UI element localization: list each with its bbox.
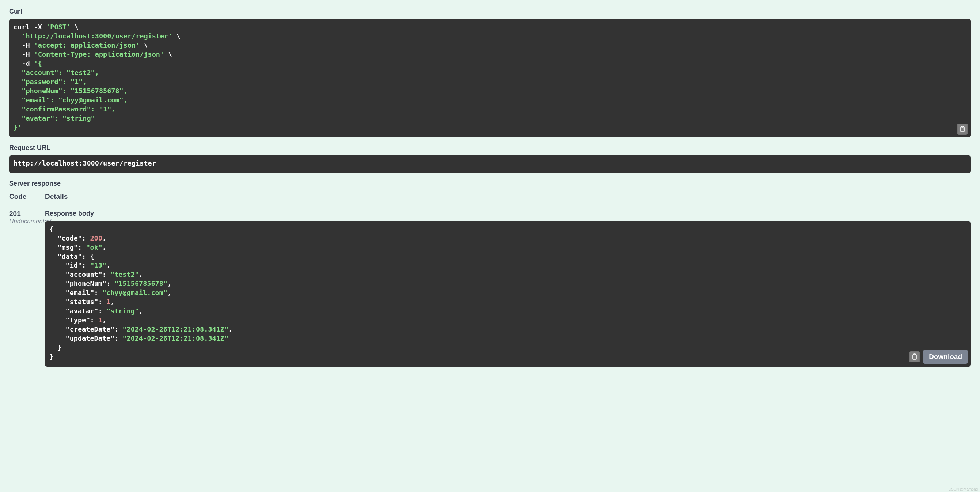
- request-url-title: Request URL: [9, 144, 971, 152]
- response-body-title: Response body: [45, 210, 971, 218]
- server-response-title: Server response: [9, 180, 971, 188]
- curl-cmd: curl -X: [14, 23, 42, 31]
- request-url-block: http://localhost:3000/user/register: [9, 155, 971, 173]
- swagger-response-panel: Curl curl -X 'POST' \ 'http://localhost:…: [0, 0, 980, 374]
- curl-copy-button[interactable]: [957, 124, 968, 135]
- curl-url: 'http://localhost:3000/user/register': [22, 32, 172, 40]
- response-header-row: Code Details: [9, 193, 971, 206]
- response-code: 201: [9, 210, 45, 218]
- clipboard-icon: [959, 126, 966, 132]
- response-copy-button[interactable]: [909, 351, 920, 362]
- response-code-desc: Undocumented: [9, 218, 45, 225]
- column-code-header: Code: [9, 193, 45, 201]
- clipboard-icon: [912, 353, 918, 360]
- response-body-block: { "code": 200, "msg": "ok", "data": { "i…: [45, 221, 971, 367]
- curl-code-block: curl -X 'POST' \ 'http://localhost:3000/…: [9, 19, 971, 137]
- curl-section-title: Curl: [9, 8, 971, 15]
- curl-method: 'POST': [46, 23, 70, 31]
- request-url-value: http://localhost:3000/user/register: [14, 159, 156, 167]
- svg-rect-2: [913, 355, 916, 359]
- column-details-header: Details: [45, 193, 68, 201]
- download-button[interactable]: Download: [923, 350, 968, 364]
- response-row: 201 Undocumented Response body { "code":…: [9, 210, 971, 367]
